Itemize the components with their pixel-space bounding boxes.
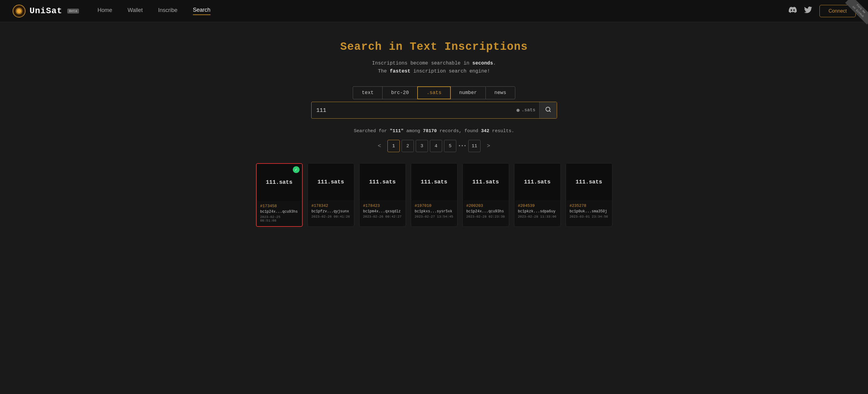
subtitle-1: Inscriptions become searchable in second… (256, 61, 612, 66)
card-date: 2023-02-28 02:23:38 (466, 215, 505, 218)
card-info: #197010 bc1pkxs...sysr5xk 2023-02-27 13:… (411, 201, 457, 222)
page-5-button[interactable]: 5 (444, 140, 456, 152)
page-11-button[interactable]: 11 (468, 140, 480, 152)
card-address: bc1p0uk...sma350j (570, 209, 608, 214)
nav-inscribe[interactable]: Inscribe (158, 7, 178, 15)
nav-search[interactable]: Search (193, 7, 211, 15)
cards-grid: 111.sats ✓ #173458 bc1p24x...qcu93hs 202… (256, 163, 612, 227)
card-address: bc1pfzv...qyjsunx (312, 209, 350, 214)
card-preview: 111.sats (566, 163, 612, 201)
card-preview: 111.sats (411, 163, 457, 201)
card-preview: 111.sats ✓ (256, 164, 302, 201)
results-query: "111" (390, 128, 403, 134)
subtitle-2-bold: fastest (390, 68, 410, 74)
fork-ribbon: Fork meon GitHub (843, 0, 868, 25)
card-date: 2023-03-01 23:34:56 (570, 215, 608, 218)
results-found: 342 (481, 128, 490, 134)
card-info: #178423 bc1pm4x...qxsqdlz 2023-02-26 00:… (360, 201, 406, 222)
card-item[interactable]: 111.sats #178342 bc1pfzv...qyjsunx 2023-… (308, 163, 354, 227)
card-address: bc1pm4x...qxsqdlz (363, 209, 402, 214)
card-preview: 111.sats (514, 163, 560, 201)
card-id: #178423 (363, 204, 402, 208)
nav-links: Home Wallet Inscribe Search (97, 7, 789, 15)
card-title: 111.sats (576, 179, 602, 185)
card-date: 2023-02-27 13:54:45 (415, 215, 454, 218)
twitter-icon[interactable] (804, 6, 812, 16)
card-address: bc1pkxs...sysr5xk (415, 209, 454, 214)
card-item[interactable]: 111.sats #235278 bc1p0uk...sma350j 2023-… (566, 163, 612, 227)
dot-indicator (517, 109, 520, 112)
next-page-button[interactable]: > (483, 140, 495, 152)
card-preview: 111.sats (463, 163, 509, 201)
card-title: 111.sats (369, 179, 396, 185)
card-date: 2023-02-26 00:42:27 (363, 215, 402, 218)
discord-icon[interactable] (789, 6, 797, 16)
pagination-ellipsis: ••• (458, 144, 466, 149)
nav-wallet[interactable]: Wallet (127, 7, 143, 15)
subtitle-1-bold: seconds (472, 61, 493, 66)
page-4-button[interactable]: 4 (430, 140, 442, 152)
card-id: #197010 (415, 204, 454, 208)
tab-news[interactable]: news (486, 86, 515, 99)
card-date: 2023-02-28 11:33:06 (518, 215, 557, 218)
card-preview: 111.sats (360, 163, 406, 201)
subtitle-2: The fastest inscription search engine! (256, 68, 612, 74)
card-id: #178342 (312, 204, 350, 208)
card-preview: 111.sats (308, 163, 354, 201)
logo-area[interactable]: UniSat Beta (12, 4, 79, 18)
app-name: UniSat (30, 6, 62, 16)
card-check-icon: ✓ (293, 166, 300, 173)
card-date: 2023-02-25 08:51:08 (260, 215, 298, 222)
card-item[interactable]: 111.sats #204539 bc1pkzk...sdpa6uy 2023-… (514, 163, 561, 227)
card-item[interactable]: 111.sats #200203 bc1p24x...qcu93hs 2023-… (462, 163, 509, 227)
card-item[interactable]: 111.sats #178423 bc1pm4x...qxsqdlz 2023-… (359, 163, 406, 227)
results-total: 78170 (423, 128, 437, 134)
subtitle-1-suffix: . (493, 61, 496, 66)
page-title: Search in Text Inscriptions (256, 40, 612, 53)
tab-number[interactable]: number (451, 86, 486, 99)
search-button[interactable] (539, 102, 557, 118)
search-bar-wrapper: .sats (311, 102, 557, 119)
results-info: Searched for "111" among 78170 records, … (256, 128, 612, 134)
search-icon (545, 107, 551, 113)
page-3-button[interactable]: 3 (416, 140, 428, 152)
logo-icon (12, 4, 26, 18)
card-info: #200203 bc1p24x...qcu93hs 2023-02-28 02:… (463, 201, 509, 222)
search-suffix: .sats (513, 108, 539, 113)
page-2-button[interactable]: 2 (402, 140, 414, 152)
card-title: 111.sats (266, 179, 292, 185)
card-info: #235278 bc1p0uk...sma350j 2023-03-01 23:… (566, 201, 612, 222)
search-tabs: text brc-20 .sats number news (353, 86, 515, 99)
card-address: bc1pkzk...sdpa6uy (518, 209, 557, 214)
subtitle-1-prefix: Inscriptions become searchable in (372, 61, 472, 66)
card-address: bc1p24x...qcu93hs (466, 209, 505, 214)
card-title: 111.sats (472, 179, 499, 185)
navbar: UniSat Beta Home Wallet Inscribe Search … (0, 0, 868, 22)
beta-badge: Beta (67, 9, 79, 13)
fork-ribbon-text: Fork meon GitHub (845, 0, 868, 25)
tab-text[interactable]: text (353, 86, 382, 99)
card-info: #178342 bc1pfzv...qyjsunx 2023-02-26 00:… (308, 201, 354, 222)
card-id: #204539 (518, 204, 557, 208)
tab-sats[interactable]: .sats (417, 86, 451, 99)
card-item[interactable]: 111.sats ✓ #173458 bc1p24x...qcu93hs 202… (256, 163, 303, 227)
search-suffix-text: .sats (521, 108, 535, 113)
svg-line-3 (549, 111, 550, 112)
page-1-button[interactable]: 1 (388, 140, 400, 152)
nav-home[interactable]: Home (97, 7, 112, 15)
card-id: #200203 (466, 204, 505, 208)
card-item[interactable]: 111.sats #197010 bc1pkxs...sysr5xk 2023-… (411, 163, 458, 227)
search-input[interactable] (312, 103, 513, 118)
subtitle-2-prefix: The (378, 68, 390, 74)
card-id: #235278 (570, 204, 608, 208)
card-info: #173458 bc1p24x...qcu93hs 2023-02-25 08:… (256, 201, 302, 226)
subtitle-2-suffix: inscription search engine! (410, 68, 490, 74)
card-id: #173458 (260, 204, 298, 208)
card-title: 111.sats (421, 179, 447, 185)
main-content: Search in Text Inscriptions Inscriptions… (250, 22, 619, 239)
card-title: 111.sats (524, 179, 550, 185)
prev-page-button[interactable]: < (373, 140, 385, 152)
tab-brc20[interactable]: brc-20 (382, 86, 417, 99)
search-bar: .sats (311, 102, 557, 119)
card-title: 111.sats (317, 179, 344, 185)
